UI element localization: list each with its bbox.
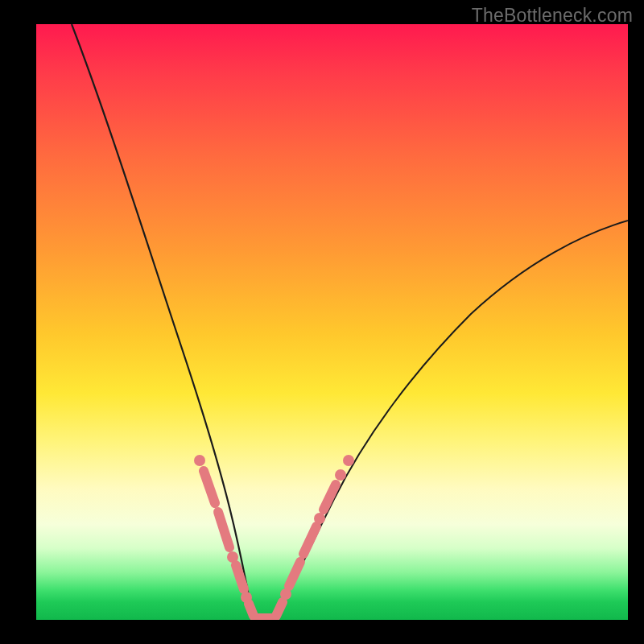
marker-segment (289, 562, 300, 586)
marker-dot (194, 455, 205, 466)
watermark-text: TheBottleneck.com (472, 5, 633, 27)
marker-segment (204, 471, 215, 503)
plot-area (36, 24, 628, 620)
curve-right-branch (275, 221, 628, 619)
marker-segment (303, 526, 316, 554)
marker-segment (218, 512, 229, 547)
marker-dot (343, 455, 354, 466)
chart-frame: TheBottleneck.com (0, 0, 644, 644)
curve-layer (36, 24, 628, 620)
marker-dot (314, 513, 325, 524)
marker-segment (324, 485, 336, 510)
marker-dot (335, 469, 346, 481)
marker-segment (276, 602, 283, 616)
